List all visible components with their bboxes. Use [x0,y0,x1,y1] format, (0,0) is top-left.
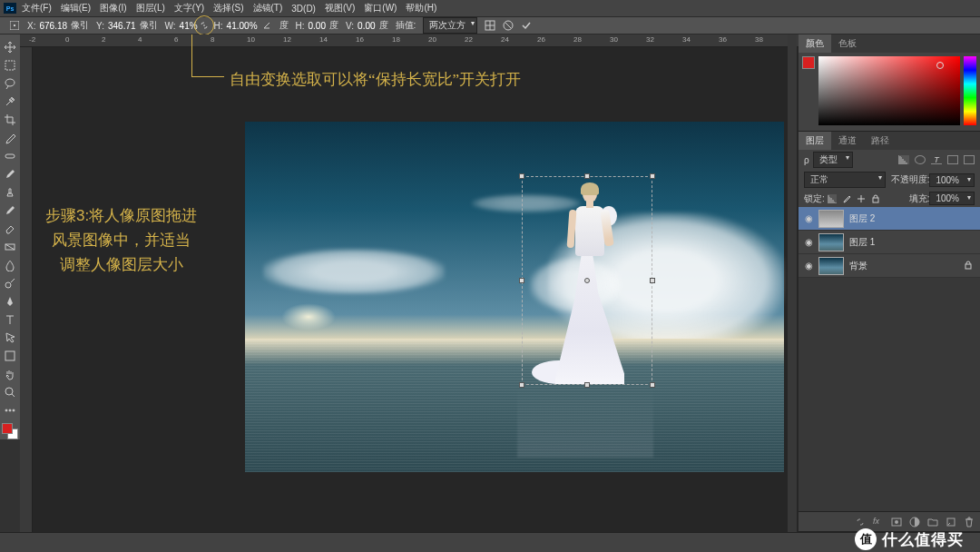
filter-shape-icon[interactable] [947,155,958,164]
handle-center[interactable] [584,278,590,283]
color-swatches[interactable] [2,423,18,439]
wand-tool[interactable] [2,94,18,110]
heal-tool[interactable] [2,148,18,164]
visibility-icon[interactable]: ◉ [802,261,815,271]
history-brush-tool[interactable] [2,202,18,219]
pen-tool[interactable] [2,293,18,310]
tab-layers[interactable]: 图层 [799,132,831,150]
brush-tool[interactable] [2,166,18,182]
transform-box[interactable] [522,176,652,385]
mask-icon[interactable] [891,517,902,527]
tab-color[interactable]: 颜色 [799,34,831,53]
dodge-tool[interactable] [2,275,18,291]
adjustment-icon[interactable] [909,517,920,527]
group-icon[interactable] [927,517,938,527]
type-tool[interactable] [2,311,18,328]
eyedropper-tool[interactable] [2,130,18,146]
layer-name[interactable]: 图层 1 [849,236,875,249]
hand-tool[interactable] [2,366,18,382]
menu-help[interactable]: 帮助(H) [406,2,436,15]
menu-window[interactable]: 窗口(W) [364,2,397,15]
cancel-transform-icon[interactable] [502,19,514,32]
skew-v-value[interactable]: 0.00 [358,21,375,31]
filter-adjust-icon[interactable] [915,155,926,164]
skew-h-value[interactable]: 0.00 [309,21,326,31]
layer-row[interactable]: ◉ 图层 1 [799,231,980,254]
portrait-layer[interactable] [548,184,628,384]
handle-tc[interactable] [584,173,590,179]
lock-all-icon[interactable] [871,194,880,203]
handle-tl[interactable] [519,173,524,179]
handle-bl[interactable] [519,382,524,388]
new-layer-icon[interactable] [946,517,956,527]
foreground-swatch[interactable] [2,423,13,434]
menu-edit[interactable]: 编辑(E) [61,2,91,15]
filter-type-icon[interactable]: T [931,155,942,164]
tab-paths[interactable]: 路径 [864,132,897,150]
link-layers-icon[interactable] [855,517,866,527]
handle-bc[interactable] [584,382,590,388]
eraser-tool[interactable] [2,221,18,237]
menu-image[interactable]: 图像(I) [100,2,126,15]
edit-toolbar-icon[interactable] [2,402,18,419]
filter-select[interactable]: 类型 [813,152,853,168]
crop-tool[interactable] [2,112,18,128]
handle-tr[interactable] [650,173,655,179]
link-aspect-icon[interactable] [198,19,211,32]
blur-tool[interactable] [2,257,18,273]
zoom-tool[interactable] [2,384,18,400]
filter-smart-icon[interactable] [964,155,975,164]
path-select-tool[interactable] [2,330,18,346]
color-field[interactable] [818,56,960,125]
move-tool[interactable] [2,39,18,55]
commit-transform-icon[interactable] [520,19,533,32]
reference-point-icon[interactable] [8,19,21,32]
visibility-icon[interactable]: ◉ [802,237,815,247]
layer-thumb[interactable] [818,257,844,275]
color-current-swatch[interactable] [802,56,815,69]
handle-ml[interactable] [519,278,524,283]
handle-br[interactable] [650,382,655,388]
menu-layer[interactable]: 图层(L) [136,2,165,15]
fill-value[interactable]: 100% [929,192,975,205]
hue-slider[interactable] [964,56,976,125]
delete-icon[interactable] [964,517,975,527]
x-value[interactable]: 676.18 [39,21,67,31]
menu-3d[interactable]: 3D(D) [291,4,316,14]
y-value[interactable]: 346.71 [108,21,136,31]
layer-name[interactable]: 图层 2 [849,212,875,225]
fx-icon[interactable]: fx [873,517,884,527]
layer-thumb[interactable] [818,210,844,228]
visibility-icon[interactable]: ◉ [802,213,815,223]
tab-channels[interactable]: 通道 [831,132,864,150]
menu-type[interactable]: 文字(Y) [174,2,204,15]
lock-transparent-icon[interactable] [828,194,837,203]
canvas-area[interactable] [33,47,799,532]
blend-mode-select[interactable]: 正常 [804,172,886,188]
menu-file[interactable]: 文件(F) [22,2,52,15]
layer-row[interactable]: ◉ 图层 2 [799,207,980,231]
tab-swatches[interactable]: 色板 [831,34,864,53]
menu-view[interactable]: 视图(V) [325,2,355,15]
h-value[interactable]: 41.00% [227,21,258,31]
opacity-value[interactable]: 100% [929,173,975,187]
shape-tool[interactable] [2,348,18,364]
panel-toggle-strip[interactable] [788,34,797,532]
menu-select[interactable]: 选择(S) [213,2,243,15]
filter-pixel-icon[interactable] [898,155,909,164]
lock-position-icon[interactable] [857,194,866,203]
stamp-tool[interactable] [2,184,18,201]
interpolation-select[interactable]: 两次立方 [423,17,477,34]
lasso-tool[interactable] [2,75,18,92]
layer-row[interactable]: ◉ 背景 [799,254,980,278]
lock-pixel-icon[interactable] [842,194,851,203]
warp-icon[interactable] [484,19,496,32]
gradient-tool[interactable] [2,239,18,255]
layer-name[interactable]: 背景 [849,260,867,272]
menu-filter[interactable]: 滤镜(T) [253,2,283,15]
marquee-tool[interactable] [2,57,18,74]
handle-mr[interactable] [650,278,655,283]
w-value[interactable]: 41% [180,21,198,31]
layer-thumb[interactable] [818,233,844,251]
document[interactable] [245,122,784,472]
